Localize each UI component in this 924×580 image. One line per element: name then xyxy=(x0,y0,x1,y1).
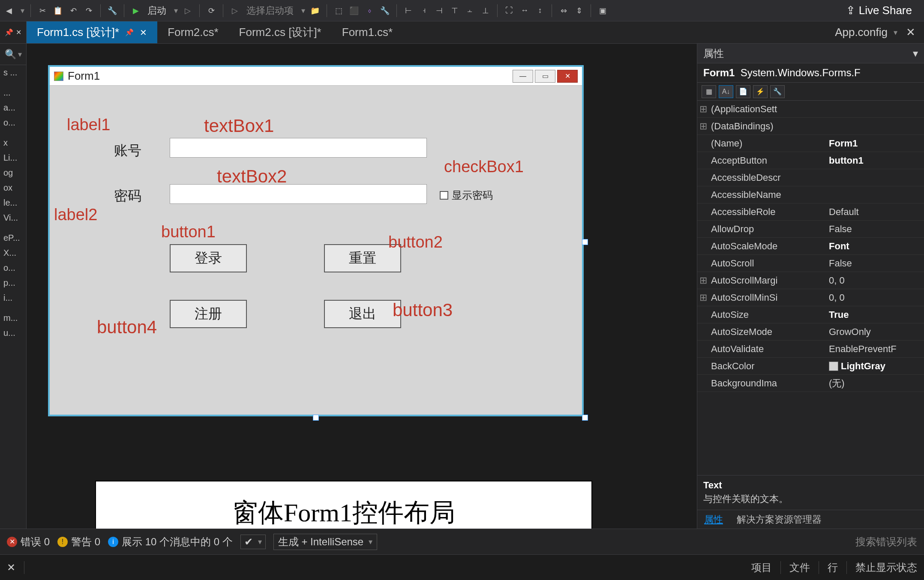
wrench-icon[interactable]: 🔧 xyxy=(379,5,390,16)
dropdown-icon[interactable]: ▾ xyxy=(913,48,918,60)
bring-front-icon[interactable]: ▣ xyxy=(597,5,608,16)
status-file[interactable]: 文件 xyxy=(789,561,810,574)
label2[interactable]: 密码 xyxy=(114,187,141,206)
align-right-icon[interactable]: ⊣ xyxy=(434,5,445,16)
gutter-item[interactable]: X... xyxy=(0,245,26,260)
property-row[interactable]: ⊞AutoScrollMinSi0, 0 xyxy=(697,289,924,306)
build-scope-dropdown[interactable]: 生成 + IntelliSense▾ xyxy=(273,534,377,550)
gutter-item[interactable] xyxy=(0,80,26,85)
tab-form1-design[interactable]: Form1.cs [设计]* 📌 ✕ xyxy=(27,21,157,43)
folder-icon[interactable]: 📁 xyxy=(309,5,321,16)
property-row[interactable]: AutoScaleModeFont xyxy=(697,238,924,255)
toolbox-search[interactable]: 🔍▾ xyxy=(0,44,26,65)
gutter-item[interactable]: Li... xyxy=(0,150,26,165)
gutter-item[interactable]: u... xyxy=(0,326,26,341)
gutter-item[interactable]: o... xyxy=(0,260,26,275)
property-value[interactable]: False xyxy=(825,224,924,235)
gutter-item[interactable] xyxy=(0,225,26,230)
gutter-item[interactable]: Vi... xyxy=(0,210,26,225)
gutter-item[interactable]: ... xyxy=(0,85,26,100)
gutter-item[interactable]: ox xyxy=(0,180,26,195)
search-error-list[interactable]: 搜索错误列表 xyxy=(855,535,917,549)
close-button[interactable]: ✕ xyxy=(557,70,578,83)
label1[interactable]: 账号 xyxy=(114,141,141,160)
gutter-item[interactable]: x xyxy=(0,135,26,150)
warnings-filter[interactable]: !警告 0 xyxy=(57,535,100,549)
nav-back-icon[interactable]: ◀ xyxy=(3,5,15,16)
property-row[interactable]: BackColorLightGray xyxy=(697,358,924,375)
events-icon[interactable]: ⚡ xyxy=(753,85,768,98)
status-suppress[interactable]: 禁止显示状态 xyxy=(855,561,917,574)
gutter-item[interactable]: s ... xyxy=(0,65,26,80)
maximize-button[interactable]: ▭ xyxy=(535,70,555,83)
align-bottom-icon[interactable]: ⊥ xyxy=(480,5,491,16)
tab-form1-cs[interactable]: Form1.cs* xyxy=(332,21,403,43)
selection-handle[interactable] xyxy=(313,415,319,421)
tab-form2-cs[interactable]: Form2.cs* xyxy=(157,21,228,43)
property-row[interactable]: AutoValidateEnablePreventF xyxy=(697,341,924,358)
start-icon[interactable]: ▶ xyxy=(130,5,141,16)
expander-icon[interactable]: ⊞ xyxy=(697,275,709,286)
layout-icon[interactable]: ⬚ xyxy=(333,5,344,16)
dropdown-icon[interactable]: ▾ xyxy=(174,6,178,15)
textbox1[interactable] xyxy=(170,138,427,158)
gutter-item[interactable]: le... xyxy=(0,195,26,210)
undo-icon[interactable]: ↶ xyxy=(68,5,79,16)
refresh-icon[interactable]: ⟳ xyxy=(206,5,217,16)
gutter-item[interactable] xyxy=(0,305,26,311)
property-row[interactable]: (Name)Form1 xyxy=(697,135,924,152)
property-value[interactable]: False xyxy=(825,258,924,269)
property-value[interactable]: Form1 xyxy=(825,138,924,149)
property-value[interactable]: Font xyxy=(825,241,924,252)
property-row[interactable]: AccessibleDescr xyxy=(697,169,924,186)
button3[interactable]: 退出 xyxy=(324,300,401,328)
status-project[interactable]: 项目 xyxy=(751,561,772,574)
vs-icon[interactable]: ⬨ xyxy=(364,5,375,16)
tab-form2-design[interactable]: Form2.cs [设计]* xyxy=(229,21,332,43)
alphabetical-icon[interactable]: A↓ xyxy=(719,85,733,98)
gutter-item[interactable]: o... xyxy=(0,115,26,130)
expander-icon[interactable]: ⊞ xyxy=(697,104,709,115)
property-row[interactable]: ⊞AutoScrollMargi0, 0 xyxy=(697,272,924,289)
gutter-item[interactable]: i... xyxy=(0,290,26,305)
property-value[interactable]: button1 xyxy=(825,155,924,166)
form-titlebar[interactable]: Form1 — ▭ ✕ xyxy=(50,67,582,86)
button4[interactable]: 注册 xyxy=(170,300,247,328)
resize-icon[interactable]: ⛶ xyxy=(504,5,515,16)
paste-icon[interactable]: 📋 xyxy=(52,5,63,16)
property-value[interactable]: Default xyxy=(825,206,924,218)
minimize-button[interactable]: — xyxy=(513,70,533,83)
live-share-button[interactable]: ⇪ Live Share xyxy=(846,4,921,17)
property-value[interactable]: (无) xyxy=(825,377,924,390)
property-row[interactable]: ⊞(DataBindings) xyxy=(697,118,924,135)
clear-filter[interactable]: ✔▾ xyxy=(240,535,266,549)
property-value[interactable]: 0, 0 xyxy=(825,292,924,303)
dropdown-icon[interactable]: ▾ xyxy=(894,28,897,37)
property-row[interactable]: AutoScrollFalse xyxy=(697,255,924,272)
status-line[interactable]: 行 xyxy=(828,561,838,574)
cut-icon[interactable]: ✂ xyxy=(37,5,48,16)
gutter-item[interactable]: eP... xyxy=(0,230,26,245)
info-filter[interactable]: i展示 10 个消息中的 0 个 xyxy=(108,535,233,549)
property-row[interactable]: AccessibleRoleDefault xyxy=(697,203,924,221)
pin-icon[interactable]: 📌 xyxy=(125,28,134,36)
properties-object[interactable]: Form1 System.Windows.Forms.F xyxy=(697,63,924,83)
gutter-item[interactable] xyxy=(0,130,26,135)
tab-properties[interactable]: 属性 xyxy=(697,510,730,529)
property-row[interactable]: ⊞(ApplicationSett xyxy=(697,101,924,118)
categorized-icon[interactable]: ▦ xyxy=(702,85,716,98)
center-v-icon[interactable]: ⇕ xyxy=(573,5,585,16)
selection-handle[interactable] xyxy=(582,415,588,421)
launch-label[interactable]: 启动 xyxy=(146,4,168,17)
build-icon[interactable]: 🔧 xyxy=(107,5,118,16)
gutter-item[interactable]: p... xyxy=(0,275,26,290)
property-row[interactable]: AllowDropFalse xyxy=(697,221,924,238)
form1-window[interactable]: Form1 — ▭ ✕ 账号 密码 显示密码 登录 重置 注册 退出 label… xyxy=(48,65,584,416)
checkbox1[interactable]: 显示密码 xyxy=(440,188,493,202)
properties-header[interactable]: 属性 ▾ xyxy=(697,44,924,63)
align-left-icon[interactable]: ⊢ xyxy=(403,5,414,16)
property-row[interactable]: AutoSizeModeGrowOnly xyxy=(697,323,924,341)
dropdown-icon[interactable]: ▾ xyxy=(301,6,305,15)
tab-solution-explorer[interactable]: 解决方案资源管理器 xyxy=(730,510,828,529)
property-pages-icon[interactable]: 🔧 xyxy=(770,85,785,98)
